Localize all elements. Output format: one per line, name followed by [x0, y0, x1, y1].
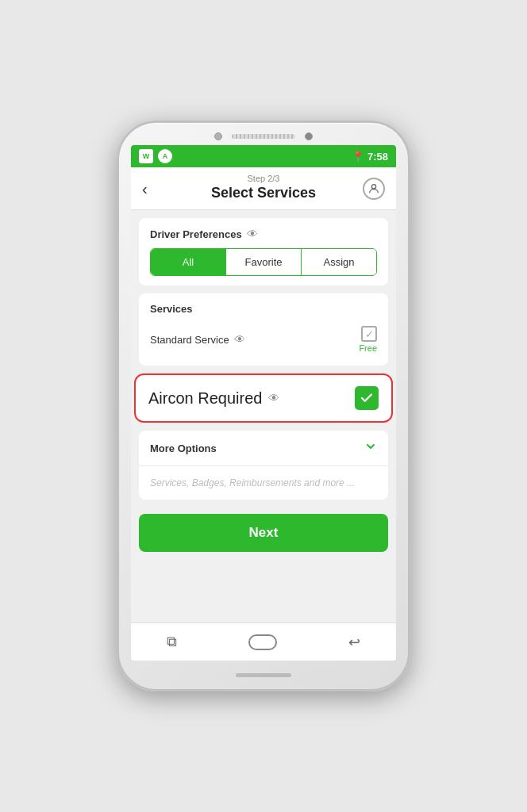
phone-screen: W A 📍 7:58 ‹ Step 2/3 Select Services — [131, 145, 396, 661]
svg-point-0 — [371, 184, 375, 188]
services-card: Services Standard Service 👁 ✓ Free — [139, 293, 388, 366]
standard-service-checkbox[interactable]: ✓ — [361, 326, 377, 342]
standard-service-row: Standard Service 👁 ✓ Free — [150, 323, 377, 356]
standard-service-name: Standard Service — [150, 334, 229, 346]
aircon-required-row[interactable]: Aircon Required 👁 — [134, 373, 393, 423]
driver-pref-toggle-group: All Favorite Assign — [150, 248, 377, 276]
chevron-down-icon — [364, 440, 377, 456]
more-options-card: More Options Services, Badges, Reimburse… — [139, 431, 388, 500]
back-button[interactable]: ‹ — [142, 179, 148, 197]
more-options-title: More Options — [150, 442, 217, 454]
status-bar: W A 📍 7:58 — [131, 145, 396, 167]
aircon-left-group: Aircon Required 👁 — [148, 389, 279, 408]
app-header: ‹ Step 2/3 Select Services — [131, 167, 396, 210]
standard-service-price: Free — [359, 343, 377, 353]
more-options-placeholder: Services, Badges, Reimbursements and mor… — [139, 466, 388, 500]
notification-icon: A — [158, 149, 172, 163]
content-area: Driver Preferences 👁 All Favorite Assign… — [131, 210, 396, 622]
aircon-checkbox[interactable] — [355, 386, 379, 410]
recent-apps-icon[interactable]: ⧉ — [167, 634, 177, 650]
aircon-eye-icon[interactable]: 👁 — [268, 392, 279, 404]
toggle-favorite-button[interactable]: Favorite — [226, 249, 302, 275]
phone-top-hardware — [119, 123, 408, 145]
driver-pref-header: Driver Preferences 👁 — [150, 228, 377, 240]
back-nav-icon[interactable]: ↩ — [348, 634, 360, 651]
speaker-grille — [232, 134, 295, 139]
service-name-group: Standard Service 👁 — [150, 333, 245, 346]
whatsapp-icon: W — [139, 149, 153, 163]
phone-wrapper: W A 📍 7:58 ‹ Step 2/3 Select Services — [117, 121, 410, 691]
location-pin-icon: 📍 — [352, 151, 364, 163]
standard-service-eye-icon[interactable]: 👁 — [234, 333, 245, 346]
toggle-assign-button[interactable]: Assign — [302, 249, 376, 275]
phone-bottom — [236, 661, 291, 689]
front-camera — [305, 132, 313, 140]
driver-pref-eye-icon[interactable]: 👁 — [247, 228, 258, 240]
phone-nav-bar: ⧉ ↩ — [131, 622, 396, 661]
toggle-all-button[interactable]: All — [151, 249, 226, 275]
aircon-label: Aircon Required — [148, 389, 262, 408]
services-label: Services — [150, 303, 377, 315]
driver-pref-label: Driver Preferences — [150, 228, 242, 240]
profile-button[interactable] — [363, 178, 385, 200]
status-time: 7:58 — [367, 151, 388, 163]
next-button-area: Next — [131, 508, 396, 560]
driver-preferences-card: Driver Preferences 👁 All Favorite Assign — [139, 218, 388, 285]
status-right: 📍 7:58 — [352, 151, 388, 163]
camera-dot — [214, 132, 222, 140]
checkbox-check-icon: ✓ — [365, 328, 374, 340]
page-title: Select Services — [211, 185, 316, 201]
more-options-header[interactable]: More Options — [139, 431, 388, 466]
home-button[interactable] — [248, 634, 277, 650]
status-left-icons: W A — [139, 149, 172, 163]
next-button[interactable]: Next — [139, 514, 388, 552]
phone-shell: W A 📍 7:58 ‹ Step 2/3 Select Services — [117, 121, 410, 691]
home-pill — [236, 673, 291, 677]
step-indicator: Step 2/3 — [248, 174, 280, 183]
